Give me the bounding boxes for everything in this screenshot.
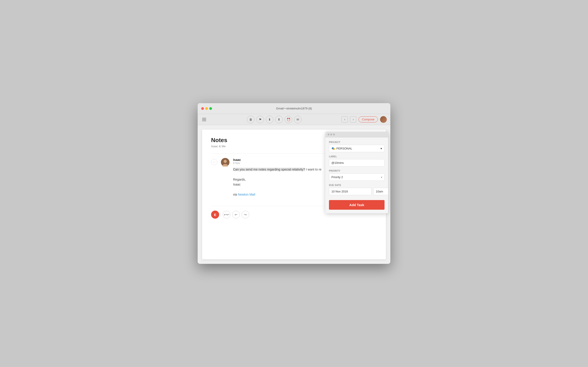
time-input[interactable] [373, 188, 388, 195]
popup-dot-1 [328, 133, 329, 135]
menu-icon[interactable] [201, 117, 207, 122]
due-date-field-group: DUE DATE [329, 184, 385, 195]
trash-button[interactable]: 🗑 [247, 116, 255, 123]
archive-in-button[interactable]: ⬇ [266, 116, 273, 123]
close-button[interactable] [201, 107, 204, 110]
email-panel: Notes Isaac & Me ··· Isaac [202, 130, 386, 259]
popup-body: PROJECT 🎭 PERSONAL ▾ LABEL [325, 137, 388, 213]
priority-label: PRIORITY [329, 170, 385, 172]
toolbar: 🗑 ⚑ ⬇ ⬆ ⏰ ✉ ‹ › Compose [198, 114, 390, 125]
traffic-lights [201, 107, 212, 110]
popup-dot-2 [330, 133, 332, 135]
priority-select-wrapper: Priority 1 Priority 2 Priority 3 Priorit… [329, 174, 385, 181]
nav-prev-button[interactable]: ‹ [342, 116, 348, 123]
project-field-group: PROJECT 🎭 PERSONAL ▾ [329, 141, 385, 152]
label-input[interactable] [329, 159, 385, 167]
main-content: Notes Isaac & Me ··· Isaac [202, 130, 386, 259]
more-options-button[interactable]: ··· [211, 159, 217, 165]
project-select[interactable]: 🎭 PERSONAL ▾ [329, 145, 385, 152]
label-field-group: LABEL [329, 155, 385, 167]
nav-next-button[interactable]: › [350, 116, 356, 123]
project-value: PERSONAL [336, 147, 352, 150]
via-text: via [233, 193, 238, 196]
project-icon: 🎭 [331, 147, 335, 150]
forward-button[interactable]: ↪ [242, 211, 249, 218]
archive-out-button[interactable]: ⬆ [275, 116, 283, 123]
mark-button[interactable]: ✉ [294, 116, 302, 123]
reply-button[interactable]: ↩ [232, 211, 240, 218]
date-input[interactable] [329, 188, 372, 195]
project-label: PROJECT [329, 141, 385, 143]
compose-button[interactable]: Compose [359, 116, 378, 122]
highlighted-text: Can you send me notes regarding special … [233, 168, 305, 171]
minimize-button[interactable] [205, 107, 208, 110]
message-rest: I want to re [305, 168, 321, 171]
reply-avatar: E [211, 211, 219, 219]
toolbar-left [201, 117, 207, 122]
toolbar-right: ‹ › Compose [342, 116, 387, 123]
maximize-button[interactable] [209, 107, 212, 110]
svg-point-1 [224, 160, 227, 163]
reply-actions: ↩↩ ↩ ↪ [223, 211, 249, 218]
app-window: Gmail • einsteinulm1879 (8) 🗑 ⚑ ⬇ ⬆ ⏰ ✉ … [198, 103, 390, 264]
sender-sign: Isaac [233, 183, 241, 186]
newton-link[interactable]: Newton Mail [238, 193, 255, 196]
window-title: Gmail • einsteinulm1879 (8) [276, 107, 312, 110]
snooze-button[interactable]: ⏰ [285, 116, 292, 123]
task-popup: × PROJECT 🎭 PERSONAL [325, 132, 388, 213]
popup-dot-3 [333, 133, 335, 135]
priority-select[interactable]: Priority 1 Priority 2 Priority 3 Priorit… [329, 174, 385, 181]
project-chevron-icon: ▾ [380, 147, 382, 150]
due-date-label: DUE DATE [329, 184, 385, 186]
date-row [329, 188, 385, 195]
avatar[interactable] [380, 116, 387, 123]
add-task-button[interactable]: Add Task [329, 200, 385, 210]
sender-avatar [221, 158, 229, 167]
popup-titlebar [325, 132, 388, 137]
regards-text: Regards, [233, 178, 246, 181]
reply-initial: E [214, 213, 216, 217]
label-label: LABEL [329, 155, 385, 158]
reply-all-button[interactable]: ↩↩ [223, 211, 230, 218]
flag-button[interactable]: ⚑ [256, 116, 264, 123]
priority-field-group: PRIORITY Priority 1 Priority 2 Priority … [329, 170, 385, 181]
toolbar-center: 🗑 ⚑ ⬇ ⬆ ⏰ ✉ [207, 116, 342, 123]
titlebar: Gmail • einsteinulm1879 (8) [198, 103, 390, 114]
